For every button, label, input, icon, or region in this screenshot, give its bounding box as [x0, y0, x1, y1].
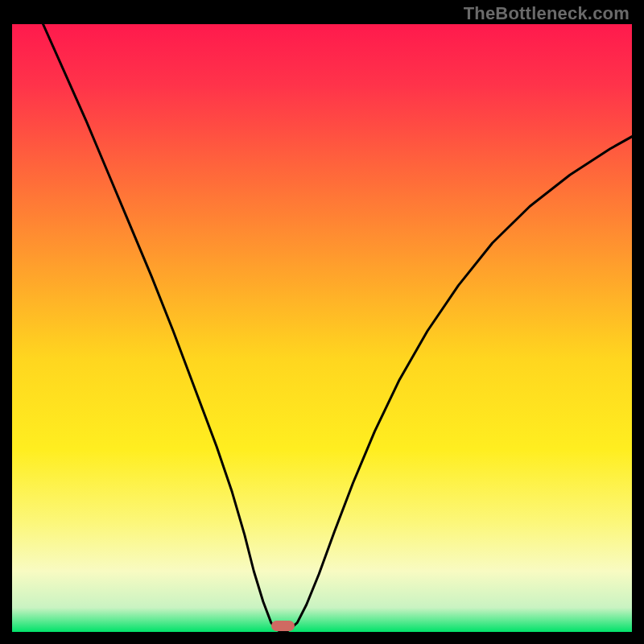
bottleneck-curve — [12, 24, 632, 632]
chart-frame: TheBottleneck.com — [0, 0, 644, 644]
bottleneck-curve-path — [43, 24, 633, 630]
plot-area — [12, 24, 632, 632]
watermark-text: TheBottleneck.com — [464, 3, 630, 24]
optimum-marker — [271, 621, 295, 632]
